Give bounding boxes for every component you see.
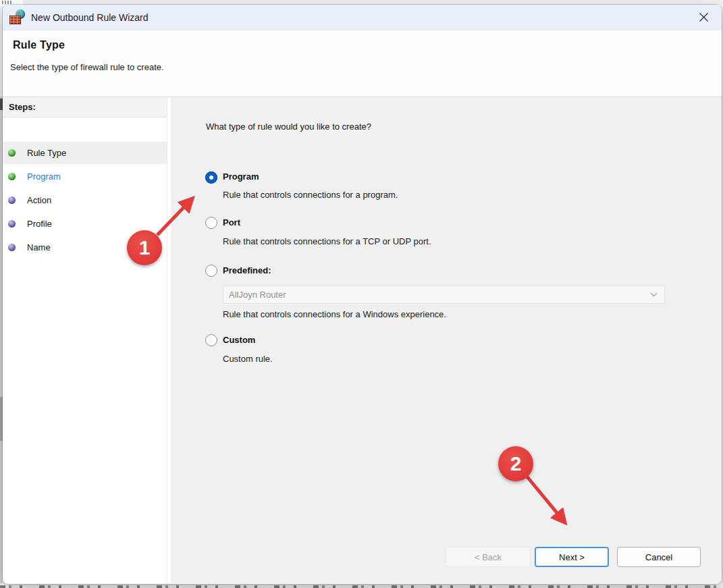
background-window-fragment-bottom bbox=[0, 583, 723, 588]
wizard-header: Rule Type Select the type of firewall ru… bbox=[3, 30, 722, 97]
sidebar-item-action: Action bbox=[3, 189, 167, 211]
sidebar-item-label: Action bbox=[27, 195, 51, 205]
sphere-bullet-icon bbox=[8, 220, 16, 228]
close-icon bbox=[699, 12, 709, 22]
question-text: What type of rule would you like to crea… bbox=[206, 122, 371, 132]
annotation-number: 2 bbox=[510, 452, 522, 475]
radio-custom-label[interactable]: Custom bbox=[223, 335, 255, 345]
steps-heading: Steps: bbox=[3, 97, 167, 117]
radio-program-label[interactable]: Program bbox=[223, 171, 259, 182]
firewall-icon bbox=[9, 9, 26, 26]
sidebar-item-label: Name bbox=[27, 242, 51, 252]
radio-port-description: Rule that controls connections for a TCP… bbox=[223, 236, 431, 246]
wizard-dialog: New Outbound Rule Wizard Rule Type Selec… bbox=[3, 5, 722, 584]
back-button[interactable]: < Back bbox=[446, 547, 531, 567]
sidebar-item-label: Rule Type bbox=[27, 148, 66, 158]
predefined-dropdown-value: AllJoyn Router bbox=[229, 290, 650, 300]
annotation-circle-1: 1 bbox=[127, 230, 162, 265]
steps-sidebar: Steps: Rule Type Program Action Profile bbox=[3, 97, 167, 583]
annotation-number: 1 bbox=[139, 236, 151, 259]
page-subtitle: Select the type of firewall rule to crea… bbox=[3, 51, 722, 72]
sphere-bullet-icon bbox=[8, 149, 16, 157]
rule-type-panel: What type of rule would you like to crea… bbox=[171, 97, 722, 583]
screenshot-root: New Outbound Rule Wizard Rule Type Selec… bbox=[0, 0, 723, 588]
radio-program[interactable] bbox=[205, 171, 217, 184]
sidebar-item-label: Profile bbox=[27, 219, 52, 229]
radio-port-label[interactable]: Port bbox=[223, 217, 240, 228]
predefined-dropdown[interactable]: AllJoyn Router bbox=[223, 286, 665, 304]
radio-port[interactable] bbox=[205, 217, 217, 229]
sidebar-item-program[interactable]: Program bbox=[3, 165, 167, 188]
brick-wall-icon bbox=[9, 16, 21, 24]
wizard-content: Steps: Rule Type Program Action Profile bbox=[3, 97, 722, 583]
titlebar: New Outbound Rule Wizard bbox=[3, 5, 722, 30]
radio-predefined-label[interactable]: Predefined: bbox=[223, 265, 271, 275]
window-title: New Outbound Rule Wizard bbox=[31, 12, 149, 23]
radio-predefined-description: Rule that controls connections for a Win… bbox=[223, 309, 446, 319]
annotation-circle-2: 2 bbox=[498, 446, 533, 481]
radio-predefined[interactable] bbox=[205, 265, 217, 277]
sphere-bullet-icon bbox=[8, 196, 16, 204]
radio-custom[interactable] bbox=[205, 334, 217, 346]
chevron-down-icon bbox=[650, 292, 658, 297]
radio-program-description: Rule that controls connections for a pro… bbox=[223, 190, 398, 200]
sphere-bullet-icon bbox=[8, 244, 16, 251]
sphere-bullet-icon bbox=[8, 173, 16, 180]
close-button[interactable] bbox=[692, 7, 715, 28]
page-title: Rule Type bbox=[3, 30, 722, 51]
radio-custom-description: Custom rule. bbox=[223, 354, 273, 364]
sidebar-item-rule-type: Rule Type bbox=[3, 142, 167, 164]
sidebar-item-label[interactable]: Program bbox=[27, 171, 61, 182]
next-button[interactable]: Next > bbox=[535, 547, 609, 567]
cancel-button[interactable]: Cancel bbox=[617, 547, 701, 567]
